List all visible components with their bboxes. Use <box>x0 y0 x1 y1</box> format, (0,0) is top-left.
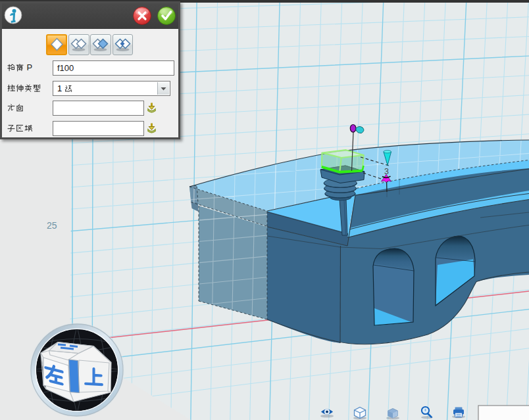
svg-text:25: 25 <box>47 220 57 231</box>
